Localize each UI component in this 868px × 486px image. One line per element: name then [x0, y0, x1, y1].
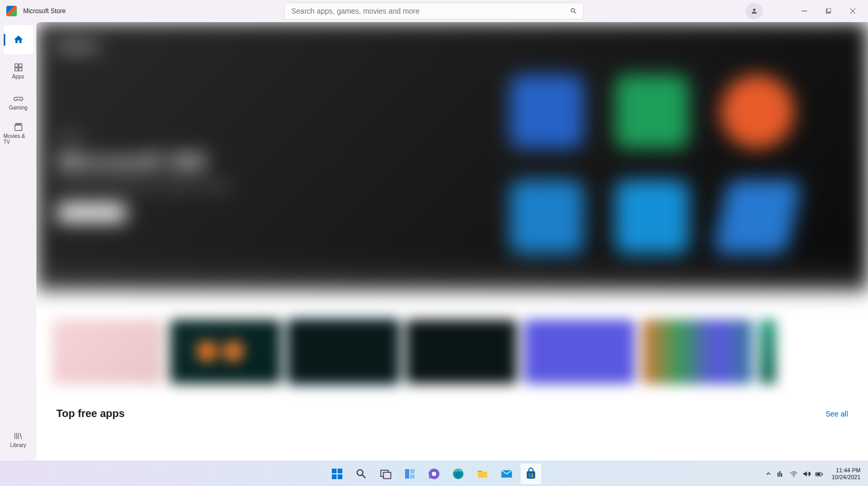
nav-home[interactable]: [4, 25, 33, 54]
powerpoint-icon: [721, 75, 794, 148]
clock-date: 10/24/2021: [832, 474, 861, 481]
widgets-icon: [403, 468, 416, 480]
svg-rect-14: [383, 472, 391, 479]
battery-icon[interactable]: [815, 470, 823, 478]
carousel-item[interactable]: [760, 320, 776, 384]
home-icon: [13, 34, 24, 45]
word-icon: [510, 75, 584, 148]
svg-rect-15: [405, 469, 409, 479]
svg-point-5: [16, 98, 17, 100]
thumbnail-carousel[interactable]: [52, 320, 868, 384]
nav-gaming[interactable]: Gaming: [4, 87, 33, 116]
start-button[interactable]: [327, 463, 348, 484]
person-icon: [751, 7, 758, 15]
search-container: [284, 3, 584, 19]
widgets-button[interactable]: [399, 463, 420, 484]
clock[interactable]: 11:44 PM 10/24/2021: [828, 467, 864, 481]
svg-rect-17: [410, 474, 415, 479]
svg-point-6: [19, 98, 21, 100]
outlook-icon: [510, 180, 584, 254]
gamepad-icon: [13, 93, 24, 104]
carousel-item[interactable]: [406, 320, 517, 384]
section-title: Top free apps: [56, 408, 125, 420]
minimize-button[interactable]: [792, 3, 816, 19]
hero-tag: Home: [57, 38, 98, 55]
clock-time: 11:44 PM: [832, 467, 861, 474]
store-app-icon: [6, 6, 17, 16]
edge-button[interactable]: [448, 463, 469, 484]
svg-rect-32: [816, 473, 821, 475]
window-title: Microsoft Store: [23, 7, 66, 15]
taskbar: 11:44 PM 10/24/2021: [0, 461, 868, 486]
chevron-up-icon[interactable]: [764, 470, 773, 478]
nav-library[interactable]: Library: [4, 425, 33, 454]
see-all-link[interactable]: See all: [825, 410, 848, 418]
taskview-icon: [379, 468, 392, 480]
svg-rect-26: [531, 475, 533, 477]
volume-icon[interactable]: [802, 470, 811, 478]
explorer-button[interactable]: [472, 463, 493, 484]
hero-cta-button[interactable]: [57, 204, 126, 222]
close-button[interactable]: [841, 3, 865, 19]
content-area: Home APPS Microsoft 365 Do more with the…: [36, 22, 868, 486]
apps-icon: [13, 62, 24, 73]
nav-gaming-label: Gaming: [9, 105, 27, 111]
profile-button[interactable]: [746, 3, 763, 19]
hero-description: Do more with the best-in-classroom apps: [57, 180, 230, 191]
editor-icon: [713, 180, 802, 254]
mail-button[interactable]: [496, 463, 517, 484]
film-icon: [13, 122, 24, 132]
chat-button[interactable]: [423, 463, 445, 484]
onedrive-icon: [615, 180, 689, 254]
nav-apps-label: Apps: [12, 74, 24, 80]
mail-icon: [500, 468, 513, 480]
nav-library-label: Library: [10, 442, 26, 448]
svg-rect-9: [332, 469, 337, 473]
hero-subtag: APPS: [57, 133, 83, 144]
search-icon: [570, 7, 577, 15]
svg-rect-29: [781, 473, 782, 477]
svg-rect-16: [410, 469, 415, 473]
windows-icon: [331, 468, 343, 480]
hero-title: Microsoft 365: [57, 148, 207, 175]
taskbar-center: [327, 463, 541, 484]
wifi-icon[interactable]: [790, 470, 798, 478]
store-button[interactable]: [520, 463, 541, 484]
excel-icon: [615, 75, 689, 148]
taskbar-search[interactable]: [351, 463, 372, 484]
svg-rect-27: [777, 472, 778, 477]
hero-banner[interactable]: Home APPS Microsoft 365 Do more with the…: [36, 22, 868, 291]
section-header: Top free apps See all: [56, 408, 848, 420]
nav-apps[interactable]: Apps: [4, 56, 33, 85]
store-icon: [525, 468, 537, 480]
svg-rect-28: [780, 471, 781, 477]
carousel-item[interactable]: [52, 320, 163, 384]
carousel-item-selected[interactable]: [288, 320, 399, 384]
search-icon: [355, 468, 368, 480]
maximize-button[interactable]: [816, 3, 841, 19]
svg-rect-10: [338, 469, 342, 473]
svg-point-20: [455, 471, 461, 478]
carousel-item[interactable]: [524, 320, 635, 384]
svg-rect-11: [332, 474, 337, 479]
window-controls: [792, 3, 865, 19]
svg-rect-23: [529, 473, 530, 475]
library-icon: [13, 431, 24, 441]
svg-rect-22: [527, 471, 535, 479]
svg-rect-25: [529, 475, 530, 477]
carousel-item[interactable]: [642, 320, 753, 384]
nav-movies[interactable]: Movies & TV: [4, 118, 33, 147]
input-indicator-icon[interactable]: [777, 470, 785, 478]
svg-rect-31: [822, 473, 823, 475]
svg-rect-24: [531, 473, 533, 475]
nav-movies-label: Movies & TV: [4, 133, 33, 145]
svg-rect-2: [827, 8, 831, 12]
search-input[interactable]: [284, 3, 584, 19]
carousel-item[interactable]: [170, 320, 281, 384]
hero-app-icons: [510, 75, 815, 275]
folder-icon: [476, 468, 489, 480]
task-view[interactable]: [375, 463, 396, 484]
sidebar: Apps Gaming Movies & TV Library Help: [0, 22, 36, 486]
svg-point-18: [432, 472, 436, 476]
system-tray: 11:44 PM 10/24/2021: [764, 467, 864, 481]
